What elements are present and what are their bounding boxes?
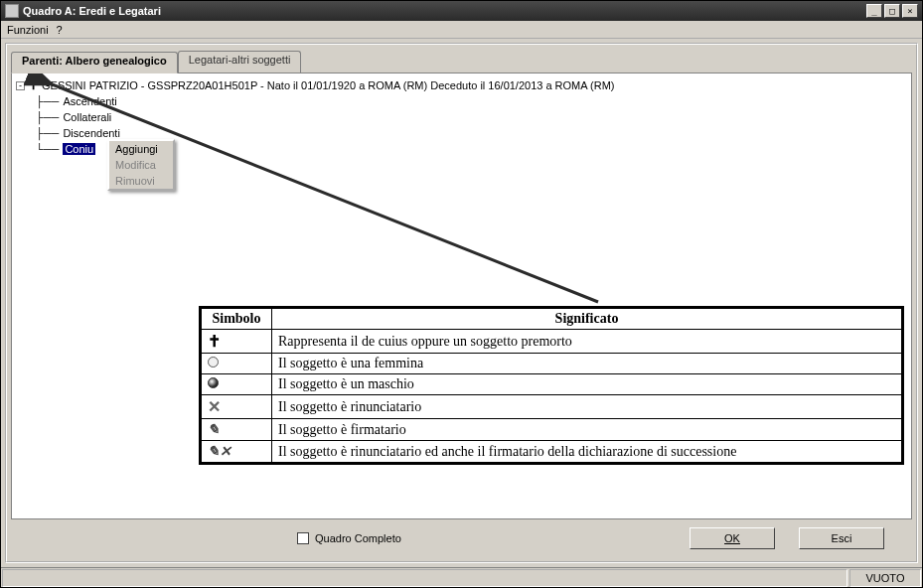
menu-funzioni[interactable]: Funzioni (7, 24, 49, 36)
tree-item-collaterali[interactable]: ├── Collaterali (36, 109, 615, 125)
tree-collapse-icon[interactable]: - (16, 81, 25, 90)
window-title: Quadro A: Eredi e Legatari (23, 5, 864, 17)
context-rimuovi: Rimuovi (109, 173, 173, 189)
legend-text: Il soggetto è firmatario (272, 419, 903, 441)
main-window: Quadro A: Eredi e Legatari _ □ × Funzion… (0, 0, 923, 588)
close-button[interactable]: × (902, 4, 918, 18)
legend-row: ✝ Rappresenta il de cuius oppure un sogg… (201, 330, 903, 354)
context-modifica: Modifica (109, 157, 173, 173)
legend-row: ✕ Il soggetto è rinunciatario (201, 395, 903, 419)
tab-bar: Parenti: Albero genealogico Legatari-alt… (11, 51, 912, 73)
legend-row: ✎✕ Il soggetto è rinunciatario ed anche … (201, 441, 903, 464)
tree-branch-icon: ├── (36, 111, 59, 123)
context-menu: Aggiungi Modifica Rimuovi (107, 139, 175, 191)
tree-branch-icon: └── (36, 143, 59, 155)
legend-row: ✎ Il soggetto è firmatario (201, 419, 903, 441)
titlebar: Quadro A: Eredi e Legatari _ □ × (1, 1, 922, 21)
tree-item-label-selected: Coniu (63, 143, 95, 155)
quadro-completo-checkbox[interactable]: Quadro Completo (297, 532, 401, 544)
tree-branch-icon: ├── (36, 127, 59, 139)
esci-button[interactable]: Esci (799, 527, 884, 549)
tree-item-label: Ascendenti (63, 95, 116, 107)
symbol-renounce-icon: ✕ (208, 398, 221, 415)
legend-header-significato: Significato (272, 308, 903, 330)
legend-row: Il soggetto è un maschio (201, 374, 903, 395)
legend-text: Il soggetto è rinunciatario ed anche il … (272, 441, 903, 464)
tree-branch-icon: ├── (36, 95, 59, 107)
checkbox-label: Quadro Completo (315, 532, 401, 544)
status-right: VUOTO (849, 569, 921, 587)
tree-item-ascendenti[interactable]: ├── Ascendenti (36, 93, 615, 109)
checkbox-box-icon[interactable] (297, 532, 309, 544)
symbol-signer-renounce-icon: ✎✕ (208, 444, 231, 459)
menu-help[interactable]: ? (57, 24, 63, 36)
symbol-cross-icon: ✝ (208, 333, 221, 350)
legend-text: Il soggetto è rinunciatario (272, 395, 903, 419)
minimize-button[interactable]: _ (866, 4, 882, 18)
app-icon (5, 4, 19, 18)
legend-row: Il soggetto è una femmina (201, 354, 903, 374)
tree-root-row[interactable]: - ✝ GESSINI PATRIZIO - GSSPRZ20A01H501P … (16, 77, 615, 93)
tab-legatari[interactable]: Legatari-altri soggetti (178, 51, 302, 73)
tree: - ✝ GESSINI PATRIZIO - GSSPRZ20A01H501P … (16, 77, 615, 157)
status-left (2, 569, 847, 587)
tree-item-label: Discendenti (63, 127, 119, 139)
context-aggiungi[interactable]: Aggiungi (109, 141, 173, 157)
decuius-cross-icon: ✝ (29, 79, 38, 92)
tab-content: - ✝ GESSINI PATRIZIO - GSSPRZ20A01H501P … (11, 73, 912, 519)
legend-text: Il soggetto è un maschio (272, 374, 903, 395)
symbol-female-icon (208, 357, 219, 368)
tree-root-label: GESSINI PATRIZIO - GSSPRZ20A01H501P - Na… (42, 79, 615, 91)
tab-parenti[interactable]: Parenti: Albero genealogico (11, 52, 178, 74)
symbol-male-icon (208, 377, 219, 388)
symbol-signer-icon: ✎ (208, 422, 220, 437)
bottom-bar: Quadro Completo OK Esci (11, 519, 912, 557)
legend-text: Rappresenta il de cuius oppure un sogget… (272, 330, 903, 354)
ok-button[interactable]: OK (690, 527, 775, 549)
tree-item-label: Collaterali (63, 111, 111, 123)
menubar: Funzioni ? (1, 21, 922, 39)
maximize-button[interactable]: □ (884, 4, 900, 18)
legend-table: Simbolo Significato ✝ Rappresenta il de … (199, 306, 904, 465)
statusbar: VUOTO (1, 567, 922, 587)
legend-text: Il soggetto è una femmina (272, 354, 903, 374)
legend-header-simbolo: Simbolo (201, 308, 272, 330)
